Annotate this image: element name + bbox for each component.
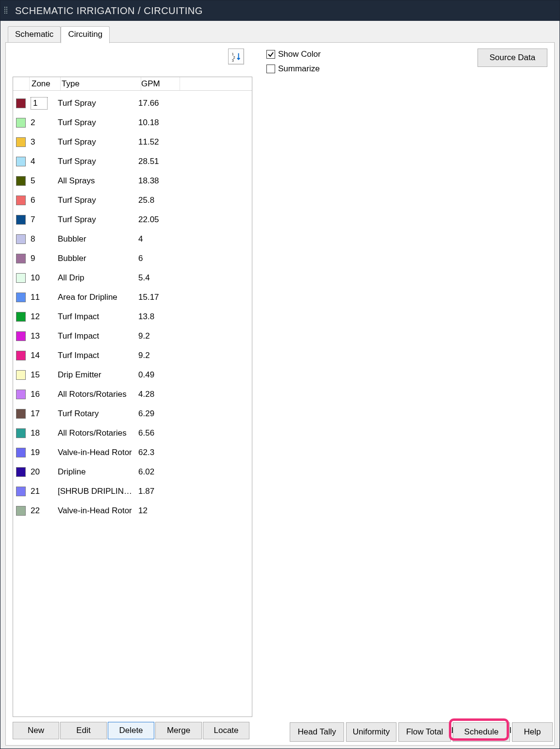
- zone-cell[interactable]: 11: [30, 293, 58, 302]
- type-cell: Valve-in-Head Rotor: [58, 506, 138, 516]
- zone-cell[interactable]: 8: [30, 234, 58, 244]
- sort-button[interactable]: 1 2 3: [228, 49, 244, 65]
- table-row[interactable]: 12Turf Impact13.8: [13, 307, 252, 326]
- zone-cell[interactable]: 19: [30, 448, 58, 457]
- head-tally-button[interactable]: Head Tally: [290, 722, 344, 742]
- zone-cell[interactable]: 5: [30, 176, 58, 186]
- checkbox-show-color[interactable]: Show Color: [266, 49, 321, 59]
- zone-cell[interactable]: 20: [30, 467, 58, 477]
- zone-cell[interactable]: 13: [30, 331, 58, 341]
- color-swatch: [16, 390, 26, 399]
- gpm-cell: 62.3: [138, 448, 177, 457]
- flow-total-button[interactable]: Flow Total: [398, 722, 451, 742]
- zone-cell[interactable]: 9: [30, 254, 58, 263]
- zone-cell[interactable]: 18: [30, 428, 58, 438]
- zone-cell[interactable]: 4: [30, 157, 58, 166]
- type-cell: Turf Spray: [58, 118, 138, 128]
- zone-cell[interactable]: 3: [30, 137, 58, 147]
- table-row[interactable]: 21[SHRUB DRIPLINE ...1.87: [13, 482, 252, 501]
- merge-button[interactable]: Merge: [155, 722, 202, 739]
- top-controls: 1 2 3 Show Color: [13, 49, 547, 74]
- help-button[interactable]: Help: [512, 722, 553, 742]
- table-row[interactable]: 17Turf Rotary6.29: [13, 404, 252, 423]
- gpm-cell: 9.2: [138, 351, 177, 360]
- color-swatch: [16, 312, 26, 322]
- zone-cell[interactable]: 15: [30, 370, 58, 380]
- zone-cell[interactable]: 17: [30, 409, 58, 419]
- tab-schematic[interactable]: Schematic: [8, 26, 61, 43]
- zone-cell[interactable]: 10: [30, 273, 58, 283]
- titlebar[interactable]: SCHEMATIC IRRIGATION / CIRCUITING: [0, 0, 560, 21]
- zone-cell[interactable]: 16: [30, 390, 58, 399]
- color-swatch: [16, 409, 26, 419]
- color-swatch: [16, 118, 26, 128]
- tab-panel-circuiting: 1 2 3 Show Color: [5, 42, 555, 746]
- header-type[interactable]: Type: [61, 77, 141, 90]
- table-row[interactable]: 13Turf Impact9.2: [13, 326, 252, 346]
- table-row[interactable]: 19Valve-in-Head Rotor62.3: [13, 443, 252, 462]
- gpm-cell: 6.56: [138, 428, 177, 438]
- table-row[interactable]: 22Valve-in-Head Rotor12: [13, 501, 252, 521]
- zone-cell[interactable]: 14: [30, 351, 58, 360]
- table-row[interactable]: 8Bubbler4: [13, 229, 252, 249]
- table-row[interactable]: 7Turf Spray22.05: [13, 210, 252, 229]
- zone-cell[interactable]: 21: [30, 487, 58, 496]
- edit-button[interactable]: Edit: [60, 722, 107, 739]
- zone-grid[interactable]: Zone Type GPM 1Turf Spray17.662Turf Spra…: [13, 77, 252, 717]
- table-row[interactable]: 9Bubbler6: [13, 249, 252, 268]
- tab-circuiting[interactable]: Circuiting: [61, 26, 110, 43]
- type-cell: All Drip: [58, 273, 138, 283]
- bottom-bar: Head Tally Uniformity Flow Total Schedul…: [290, 722, 553, 742]
- table-row[interactable]: 2Turf Spray10.18: [13, 113, 252, 132]
- gpm-cell: 18.38: [138, 176, 177, 186]
- delete-button[interactable]: Delete: [108, 722, 154, 739]
- color-swatch: [16, 351, 26, 360]
- zone-cell[interactable]: 2: [30, 118, 58, 128]
- table-row[interactable]: 20Dripline6.02: [13, 462, 252, 482]
- header-zone[interactable]: Zone: [30, 77, 61, 90]
- color-swatch: [16, 195, 26, 205]
- uniformity-button[interactable]: Uniformity: [346, 722, 396, 742]
- gpm-cell: 25.8: [138, 195, 177, 205]
- gpm-cell: 1.87: [138, 487, 177, 496]
- type-cell: [SHRUB DRIPLINE ...: [58, 487, 138, 496]
- table-row[interactable]: 16All Rotors/Rotaries4.28: [13, 385, 252, 404]
- checkbox-summarize[interactable]: Summarize: [266, 64, 321, 74]
- table-row[interactable]: 14Turf Impact9.2: [13, 346, 252, 365]
- gpm-cell: 28.51: [138, 157, 177, 166]
- source-data-button[interactable]: Source Data: [478, 49, 547, 67]
- svg-text:3: 3: [231, 58, 233, 62]
- table-row[interactable]: 1Turf Spray17.66: [13, 94, 252, 113]
- zone-cell[interactable]: 22: [30, 506, 58, 516]
- checkbox-summarize-label: Summarize: [278, 64, 320, 74]
- gpm-cell: 22.05: [138, 215, 177, 225]
- zone-cell[interactable]: 1: [30, 97, 58, 110]
- type-cell: Turf Spray: [58, 215, 138, 225]
- table-row[interactable]: 18All Rotors/Rotaries6.56: [13, 423, 252, 443]
- table-row[interactable]: 15Drip Emitter0.49: [13, 365, 252, 385]
- gpm-cell: 13.8: [138, 312, 177, 322]
- color-swatch: [16, 273, 26, 283]
- table-row[interactable]: 5All Sprays18.38: [13, 171, 252, 191]
- checkbox-show-color-label: Show Color: [278, 49, 321, 59]
- schedule-button[interactable]: Schedule: [453, 722, 510, 742]
- gpm-cell: 9.2: [138, 331, 177, 341]
- new-button[interactable]: New: [13, 722, 59, 739]
- table-row[interactable]: 10All Drip5.4: [13, 268, 252, 288]
- grid-body[interactable]: 1Turf Spray17.662Turf Spray10.183Turf Sp…: [13, 91, 252, 716]
- table-row[interactable]: 3Turf Spray11.52: [13, 132, 252, 152]
- header-gpm[interactable]: GPM: [141, 77, 180, 90]
- zone-cell[interactable]: 6: [30, 195, 58, 205]
- table-row[interactable]: 6Turf Spray25.8: [13, 191, 252, 210]
- color-swatch: [16, 215, 26, 225]
- color-swatch: [16, 370, 26, 380]
- type-cell: Area for Dripline: [58, 293, 138, 302]
- table-row[interactable]: 4Turf Spray28.51: [13, 152, 252, 171]
- color-swatch: [16, 176, 26, 186]
- zone-cell[interactable]: 7: [30, 215, 58, 225]
- zone-cell[interactable]: 12: [30, 312, 58, 322]
- locate-button[interactable]: Locate: [203, 722, 249, 739]
- table-row[interactable]: 11Area for Dripline15.17: [13, 288, 252, 307]
- gpm-cell: 10.18: [138, 118, 177, 128]
- grid-header[interactable]: Zone Type GPM: [13, 77, 252, 91]
